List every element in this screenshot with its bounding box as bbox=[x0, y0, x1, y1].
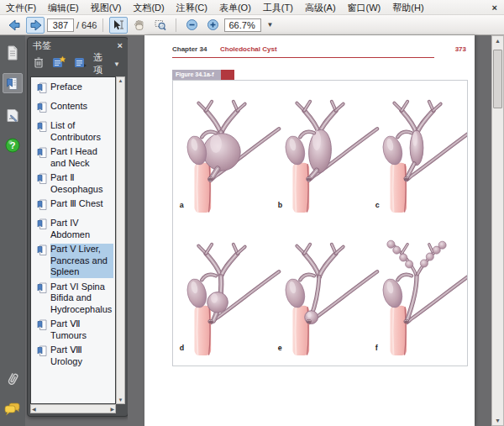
svg-text:c: c bbox=[375, 201, 380, 209]
menu-item[interactable]: 工具(T) bbox=[257, 0, 299, 15]
figure-panel-f: f bbox=[369, 224, 467, 366]
sign-icon[interactable] bbox=[3, 105, 23, 125]
figure-panel-e: e bbox=[271, 224, 370, 366]
bookmark-item-label: Part IV Abdomen bbox=[50, 218, 113, 240]
scroll-right-icon[interactable]: ▶ bbox=[110, 406, 114, 412]
bookmark-item[interactable]: Part VI Spina Bifida and Hydrocephalus bbox=[31, 280, 115, 318]
toolbar-divider bbox=[102, 18, 103, 32]
menu-item[interactable]: 文档(D) bbox=[127, 0, 170, 15]
menu-item[interactable]: 编辑(E) bbox=[42, 0, 85, 15]
attachments-icon[interactable] bbox=[3, 369, 23, 389]
scroll-down-icon[interactable]: ▼ bbox=[118, 397, 123, 402]
new-bookmark-icon[interactable] bbox=[51, 55, 66, 72]
menu-item[interactable]: 视图(V) bbox=[85, 0, 128, 15]
bookmark-item[interactable]: Part Ⅷ Urology bbox=[31, 343, 115, 369]
bookmark-item-label: Part Ⅲ Chest bbox=[50, 198, 113, 214]
bookmark-item-label: Part V Liver, Pancreas and Spleen bbox=[50, 244, 113, 278]
bookmark-item[interactable]: Contents bbox=[31, 99, 115, 118]
bookmark-page-icon bbox=[37, 102, 47, 117]
scroll-left-icon[interactable]: ◀ bbox=[32, 406, 36, 412]
bookmark-item[interactable]: List of Contributors bbox=[31, 118, 115, 145]
highlight-bookmark-icon[interactable] bbox=[73, 55, 87, 72]
bookmark-page-icon bbox=[37, 173, 47, 195]
figure-panel-d: d bbox=[173, 224, 271, 366]
chapter-title: Choledochal Cyst bbox=[220, 45, 277, 53]
figure-panel-a: a bbox=[173, 81, 271, 224]
bookmarks-icon[interactable] bbox=[3, 73, 23, 93]
menu-item[interactable]: 窗口(W) bbox=[342, 0, 387, 15]
bookmarks-horizontal-scrollbar[interactable]: ◀ ▶ bbox=[30, 404, 116, 413]
bookmarks-list: PrefaceContentsList of ContributorsPart … bbox=[30, 76, 116, 404]
bookmark-page-icon bbox=[37, 218, 47, 240]
bookmark-item[interactable]: Part V Liver, Pancreas and Spleen bbox=[31, 242, 115, 280]
scroll-up-icon[interactable]: ▲ bbox=[495, 38, 501, 44]
hand-tool-icon[interactable] bbox=[130, 17, 149, 34]
bookmark-item[interactable]: Part Ⅰ Head and Neck bbox=[31, 145, 115, 171]
bookmark-item[interactable]: Part Ⅶ Tumours bbox=[31, 317, 115, 343]
zoom-in-icon[interactable] bbox=[203, 17, 222, 34]
bookmark-item-label: Part VI Spina Bifida and Hydrocephalus bbox=[50, 281, 113, 316]
comments-icon[interactable] bbox=[3, 399, 23, 419]
bookmark-page-icon bbox=[37, 345, 47, 367]
bookmark-item-label: Part Ⅱ Oesophagus bbox=[50, 172, 113, 195]
bookmark-page-icon bbox=[37, 121, 47, 143]
chevron-down-icon[interactable]: ▼ bbox=[264, 21, 276, 29]
svg-text:?: ? bbox=[10, 140, 16, 150]
help-icon[interactable]: ? bbox=[3, 135, 23, 155]
bookmarks-panel-title: 书签 bbox=[33, 39, 51, 52]
page-number-label: 373 bbox=[455, 45, 466, 53]
bookmark-item[interactable]: Preface bbox=[31, 80, 115, 99]
bookmark-item[interactable]: Part IV Abdomen bbox=[31, 216, 115, 242]
bookmark-page-icon bbox=[37, 282, 47, 316]
scroll-down-icon[interactable]: ▼ bbox=[495, 418, 501, 423]
zoom-marquee-icon[interactable] bbox=[151, 17, 170, 34]
figure-label: Figure 34.1a-f bbox=[172, 70, 221, 80]
menu-item[interactable]: 表单(O) bbox=[213, 0, 257, 15]
bookmarks-vertical-scrollbar[interactable]: ▲ ▼ bbox=[116, 76, 125, 404]
zoom-out-icon[interactable] bbox=[182, 17, 201, 34]
bookmarks-options-button[interactable]: 选项▼ bbox=[93, 51, 123, 76]
content-area: ? 书签 × bbox=[0, 35, 504, 426]
menu-bar: 文件(F)编辑(E)视图(V)文档(D)注释(C)表单(O)工具(T)高级(A)… bbox=[0, 0, 504, 15]
back-arrow-icon[interactable] bbox=[5, 17, 24, 34]
scrollbar-thumb[interactable] bbox=[493, 50, 502, 108]
bookmark-item-label: Preface bbox=[50, 82, 113, 97]
chapter-label: Chapter 34 bbox=[172, 45, 207, 53]
menu-item[interactable]: 注释(C) bbox=[171, 0, 213, 15]
bookmark-item-label: Part Ⅷ Urology bbox=[50, 344, 113, 367]
page-total-label: / 646 bbox=[76, 20, 97, 30]
menu-item[interactable]: 文件(F) bbox=[0, 0, 42, 15]
figure-caption-row: Figure 34.1a-f bbox=[172, 70, 234, 80]
document-vertical-scrollbar[interactable]: ▲ ▼ bbox=[491, 35, 504, 426]
delete-bookmark-icon[interactable] bbox=[33, 56, 45, 72]
select-tool-icon[interactable] bbox=[109, 17, 128, 34]
figure-panel-b: b bbox=[271, 81, 370, 224]
menu-item[interactable]: 帮助(H) bbox=[386, 0, 429, 15]
svg-text:b: b bbox=[277, 201, 282, 209]
figure-label-square bbox=[221, 70, 234, 80]
svg-text:a: a bbox=[180, 201, 184, 209]
menu-item[interactable]: 高级(A) bbox=[299, 0, 342, 15]
bookmarks-panel: 书签 × bbox=[27, 37, 129, 417]
close-icon[interactable]: × bbox=[486, 3, 504, 13]
bookmarks-toolbar: 选项▼ bbox=[28, 53, 128, 75]
chevron-down-icon: ▼ bbox=[111, 60, 123, 68]
page-number-input[interactable] bbox=[47, 18, 74, 32]
document-pane: Chapter 34 Choledochal Cyst 373 Figure 3… bbox=[128, 35, 504, 426]
svg-text:f: f bbox=[375, 344, 378, 352]
scroll-up-icon[interactable]: ▲ bbox=[118, 78, 123, 83]
forward-arrow-icon[interactable] bbox=[26, 17, 45, 34]
bookmark-item-label: Contents bbox=[50, 101, 113, 117]
bookmark-page-icon bbox=[37, 199, 47, 214]
adobe-reader-window: 文件(F)编辑(E)视图(V)文档(D)注释(C)表单(O)工具(T)高级(A)… bbox=[0, 0, 504, 426]
toolbar: / 646 bbox=[0, 15, 504, 35]
bookmark-item[interactable]: Part Ⅱ Oesophagus bbox=[31, 171, 115, 197]
bookmark-item[interactable]: Part Ⅲ Chest bbox=[31, 197, 115, 216]
bookmark-page-icon bbox=[37, 319, 47, 341]
toolbar-divider bbox=[176, 18, 176, 32]
zoom-level-input[interactable] bbox=[224, 18, 261, 32]
bookmark-page-icon bbox=[37, 245, 47, 278]
pages-icon[interactable] bbox=[3, 43, 23, 63]
close-icon[interactable]: × bbox=[118, 40, 123, 50]
bookmark-item-label: Part Ⅶ Tumours bbox=[50, 318, 113, 341]
